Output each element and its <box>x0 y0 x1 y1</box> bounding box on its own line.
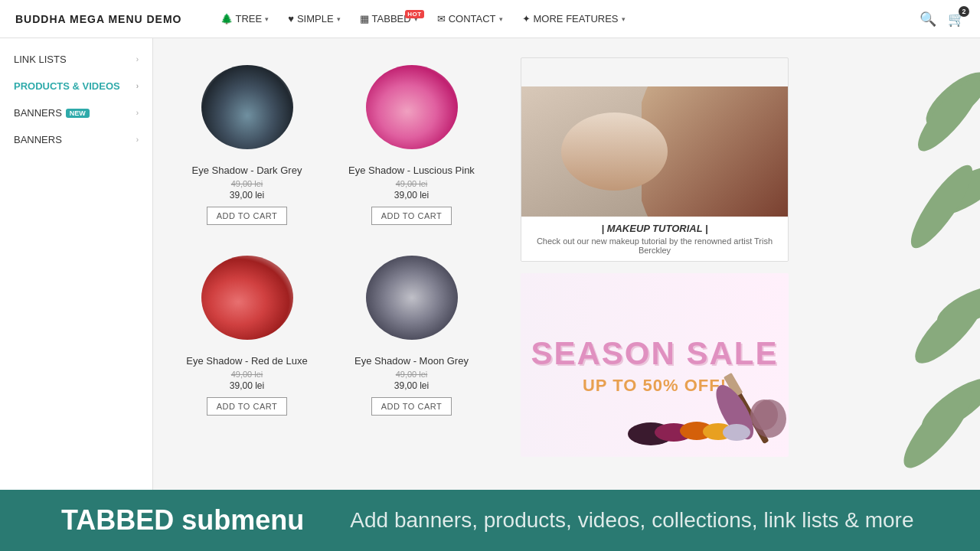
sidebar: LINK LISTS › PRODUCTS & VIDEOS › BANNERS… <box>0 38 153 551</box>
product-card-luscious-pink: Eye Shadow - Luscious Pink 49,00 lei 39,… <box>333 50 490 233</box>
product-card-moon-grey: Eye Shadow - Moon Grey 49,00 lei 39,00 l… <box>333 240 490 423</box>
sidebar-item-products-videos[interactable]: PRODUCTS & VIDEOS › <box>0 73 152 99</box>
nav-contact[interactable]: ✉ CONTACT ▾ <box>430 8 511 29</box>
sale-banner: SEASON SALE UP TO 50% OFF! <box>521 273 789 457</box>
nav-tabbed[interactable]: ▦ TABBED ▾ HOT <box>352 8 426 29</box>
product-price: 39,00 lei <box>230 190 264 201</box>
product-name: Eye Shadow - Moon Grey <box>354 355 469 367</box>
footer-bar: TABBED submenu Add banners, products, vi… <box>0 490 980 551</box>
heart-icon: ♥ <box>288 13 294 24</box>
chevron-right-icon: › <box>136 82 139 90</box>
search-button[interactable]: 🔍 <box>920 11 936 28</box>
product-price: 39,00 lei <box>230 380 264 391</box>
cart-count: 2 <box>959 6 969 17</box>
chevron-down-icon: ▾ <box>622 15 626 23</box>
chevron-down-icon: ▾ <box>499 15 503 23</box>
sidebar-item-banners-new[interactable]: BANNERS NEW › <box>0 99 152 126</box>
chevron-right-icon: › <box>136 135 139 144</box>
logo: BUDDHA MEGA MENU DEMO <box>15 13 182 25</box>
video-caption-text: Check out our new makeup tutorial by the… <box>531 236 779 255</box>
content-area: Eye Shadow - Dark Grey 49,00 lei 39,00 l… <box>153 38 980 551</box>
hot-badge: HOT <box>405 10 423 18</box>
product-name: Eye Shadow - Dark Grey <box>192 165 302 176</box>
product-price-old: 49,00 lei <box>231 179 263 188</box>
products-grid: Eye Shadow - Dark Grey 49,00 lei 39,00 l… <box>168 50 490 423</box>
chevron-right-icon: › <box>136 109 139 117</box>
product-name: Eye Shadow - Red de Luxe <box>186 355 307 367</box>
chevron-right-icon: › <box>136 55 139 64</box>
video-caption: | MAKEUP TUTORIAL | Check out our new ma… <box>521 217 788 261</box>
grid-icon: ▦ <box>360 13 369 24</box>
chevron-down-icon: ▾ <box>337 15 341 23</box>
product-image-pink <box>362 57 462 157</box>
video-caption-title: | MAKEUP TUTORIAL | <box>531 223 779 234</box>
main-nav: 🌲 TREE ▾ ♥ SIMPLE ▾ ▦ TABBED ▾ HOT ✉ CON… <box>213 8 920 29</box>
nav-simple[interactable]: ♥ SIMPLE ▾ <box>280 8 348 29</box>
nav-tree[interactable]: 🌲 TREE ▾ <box>213 8 277 29</box>
new-badge: NEW <box>66 109 90 118</box>
product-price-old: 49,00 lei <box>231 370 263 379</box>
main-content: LINK LISTS › PRODUCTS & VIDEOS › BANNERS… <box>0 38 980 551</box>
right-panel: Buddha Mega Menu - Demo Video for Menu ⋮… <box>505 50 796 540</box>
header-icons: 🔍 🛒 2 <box>920 11 965 28</box>
mail-icon: ✉ <box>437 13 446 24</box>
product-card-red-de-luxe: Eye Shadow - Red de Luxe 49,00 lei 39,00… <box>168 240 325 423</box>
eyeshadow-swatch-moon-grey <box>366 256 458 340</box>
add-to-cart-button[interactable]: ADD TO CART <box>371 397 452 416</box>
product-price-old: 49,00 lei <box>396 370 428 379</box>
tree-icon: 🌲 <box>220 13 233 24</box>
footer-main-text: TABBED submenu <box>61 504 304 536</box>
footer-sub-text: Add banners, products, videos, collectio… <box>350 508 913 533</box>
cosmetics-decoration <box>620 342 789 457</box>
nav-more-features[interactable]: ✦ MORE FEATURES ▾ <box>514 8 633 29</box>
star-icon: ✦ <box>522 13 531 24</box>
product-price-old: 49,00 lei <box>396 179 428 188</box>
product-image-moon-grey <box>362 248 462 347</box>
product-name: Eye Shadow - Luscious Pink <box>348 165 475 176</box>
product-card-dark-grey: Eye Shadow - Dark Grey 49,00 lei 39,00 l… <box>168 50 325 233</box>
add-to-cart-button[interactable]: ADD TO CART <box>371 207 452 225</box>
products-section: Eye Shadow - Dark Grey 49,00 lei 39,00 l… <box>168 50 490 540</box>
eyeshadow-swatch-dark-grey <box>201 65 293 149</box>
eyeshadow-swatch-pink <box>366 65 458 149</box>
add-to-cart-button[interactable]: ADD TO CART <box>207 207 287 225</box>
product-price: 39,00 lei <box>394 380 429 391</box>
video-brush-area <box>561 112 668 191</box>
product-image-red <box>198 248 297 347</box>
add-to-cart-button[interactable]: ADD TO CART <box>207 397 287 416</box>
cart-button[interactable]: 🛒 2 <box>948 11 965 28</box>
video-section: Buddha Mega Menu - Demo Video for Menu ⋮… <box>521 57 789 262</box>
svg-point-7 <box>723 424 750 441</box>
svg-point-9 <box>750 399 778 430</box>
product-image-dark-grey <box>198 57 297 157</box>
chevron-down-icon: ▾ <box>265 15 269 23</box>
eyeshadow-swatch-red <box>201 256 293 340</box>
header: BUDDHA MEGA MENU DEMO 🌲 TREE ▾ ♥ SIMPLE … <box>0 0 980 38</box>
sidebar-item-banners[interactable]: BANNERS › <box>0 126 152 153</box>
product-price: 39,00 lei <box>394 190 429 201</box>
video-thumbnail <box>521 86 788 217</box>
sidebar-item-link-lists[interactable]: LINK LISTS › <box>0 46 152 73</box>
